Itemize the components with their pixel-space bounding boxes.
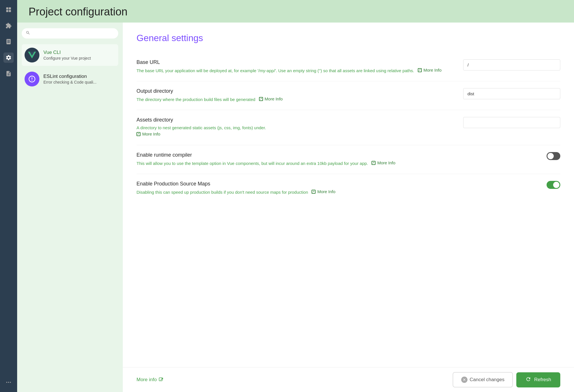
output-dir-input-area bbox=[463, 88, 560, 99]
ext-link-icon-bottom bbox=[158, 377, 164, 382]
output-dir-input[interactable] bbox=[463, 88, 560, 99]
source-maps-name: Enable Production Source Maps bbox=[137, 181, 455, 187]
eslint-plugin-info: ESLint configuration Error checking & Co… bbox=[43, 74, 97, 84]
output-dir-desc: The directory where the production build… bbox=[137, 96, 455, 103]
top-header: Project configuration bbox=[17, 0, 574, 23]
main-layout: Project configuration bbox=[17, 0, 574, 392]
svg-rect-0 bbox=[6, 7, 8, 9]
refresh-icon bbox=[525, 376, 531, 383]
cancel-changes-button[interactable]: ✕ Cancel changes bbox=[453, 372, 513, 387]
search-icon bbox=[26, 31, 30, 36]
output-dir-setting: Output directory The directory where the… bbox=[137, 81, 560, 110]
runtime-compiler-slider bbox=[547, 152, 560, 160]
source-maps-more-info-link[interactable]: More Info bbox=[312, 189, 335, 195]
base-url-label-area: Base URL The base URL your application w… bbox=[137, 59, 455, 74]
output-dir-name: Output directory bbox=[137, 88, 455, 94]
assets-dir-more-info-link[interactable]: More Info bbox=[137, 131, 160, 138]
runtime-compiler-knob bbox=[547, 153, 554, 159]
settings-content: General settings Base URL The base URL y… bbox=[123, 23, 574, 367]
runtime-compiler-label-area: Enable runtime compiler This will allow … bbox=[137, 152, 455, 167]
vue-cli-plugin-info: Vue CLI Configure your Vue project bbox=[43, 50, 91, 60]
bottom-bar: More info ✕ Cancel changes bbox=[123, 367, 574, 392]
svg-point-5 bbox=[8, 382, 9, 383]
assets-dir-desc: A directory to nest generated static ass… bbox=[137, 125, 455, 138]
assets-dir-input-area bbox=[463, 117, 560, 128]
section-title: General settings bbox=[137, 33, 560, 43]
source-maps-label-area: Enable Production Source Maps Disabling … bbox=[137, 181, 455, 196]
page-title: Project configuration bbox=[29, 6, 563, 18]
vue-cli-avatar bbox=[25, 48, 39, 62]
source-maps-toggle-area bbox=[463, 181, 560, 189]
source-maps-toggle[interactable] bbox=[547, 181, 560, 189]
ext-link-icon bbox=[418, 68, 422, 72]
assets-dir-input[interactable] bbox=[463, 117, 560, 128]
refresh-label: Refresh bbox=[534, 377, 551, 383]
right-panel: General settings Base URL The base URL y… bbox=[123, 23, 574, 392]
ext-link-icon-3 bbox=[137, 132, 141, 136]
left-panel: Vue CLI Configure your Vue project ESLin… bbox=[17, 23, 123, 392]
bottom-actions: ✕ Cancel changes Refresh bbox=[453, 372, 560, 387]
content-area: Vue CLI Configure your Vue project ESLin… bbox=[17, 23, 574, 392]
ext-link-icon-5 bbox=[312, 190, 316, 194]
more-info-bottom-label: More info bbox=[137, 377, 157, 383]
source-maps-setting: Enable Production Source Maps Disabling … bbox=[137, 174, 560, 203]
dashboard-nav-icon[interactable] bbox=[3, 5, 14, 15]
base-url-input[interactable] bbox=[463, 59, 560, 70]
source-maps-slider bbox=[547, 181, 560, 189]
eslint-plugin-item[interactable]: ESLint configuration Error checking & Co… bbox=[22, 68, 118, 90]
ext-link-icon-2 bbox=[259, 97, 263, 101]
svg-rect-1 bbox=[9, 7, 11, 9]
runtime-compiler-name: Enable runtime compiler bbox=[137, 152, 455, 158]
base-url-more-info-link[interactable]: More Info bbox=[418, 67, 441, 74]
search-box[interactable] bbox=[22, 28, 118, 39]
svg-rect-3 bbox=[9, 10, 11, 12]
svg-point-4 bbox=[6, 382, 7, 383]
runtime-compiler-toggle[interactable] bbox=[547, 152, 560, 160]
vue-cli-desc: Configure your Vue project bbox=[43, 56, 91, 60]
base-url-setting: Base URL The base URL your application w… bbox=[137, 52, 560, 81]
eslint-name: ESLint configuration bbox=[43, 74, 97, 79]
runtime-compiler-desc: This will allow you to use the template … bbox=[137, 160, 455, 167]
search-input[interactable] bbox=[33, 31, 114, 36]
cancel-label: Cancel changes bbox=[470, 377, 505, 383]
output-dir-more-info-link[interactable]: More Info bbox=[259, 96, 283, 102]
svg-point-6 bbox=[10, 382, 11, 383]
source-maps-desc: Disabling this can speed up production b… bbox=[137, 189, 455, 196]
base-url-name: Base URL bbox=[137, 59, 455, 65]
vue-cli-plugin-item[interactable]: Vue CLI Configure your Vue project bbox=[22, 44, 118, 66]
configuration-nav-icon[interactable] bbox=[3, 52, 14, 63]
tasks-nav-icon[interactable] bbox=[3, 68, 14, 79]
base-url-desc: The base URL your application will be de… bbox=[137, 67, 455, 74]
assets-dir-setting: Assets directory A directory to nest gen… bbox=[137, 110, 560, 145]
sidebar-navigation bbox=[0, 0, 17, 392]
base-url-input-area bbox=[463, 59, 560, 70]
eslint-desc: Error checking & Code quali... bbox=[43, 80, 97, 84]
cancel-icon: ✕ bbox=[461, 377, 467, 383]
svg-rect-2 bbox=[6, 10, 8, 12]
output-dir-label-area: Output directory The directory where the… bbox=[137, 88, 455, 103]
runtime-compiler-toggle-area bbox=[463, 152, 560, 160]
runtime-compiler-more-info-link[interactable]: More Info bbox=[372, 160, 395, 166]
assets-dir-name: Assets directory bbox=[137, 117, 455, 123]
source-maps-knob bbox=[553, 182, 559, 188]
more-options-nav-icon[interactable] bbox=[3, 377, 14, 387]
refresh-button[interactable]: Refresh bbox=[516, 372, 560, 387]
vue-cli-name: Vue CLI bbox=[43, 50, 91, 55]
ext-link-icon-4 bbox=[372, 161, 376, 165]
eslint-avatar bbox=[25, 72, 39, 86]
plugins-nav-icon[interactable] bbox=[3, 21, 14, 31]
dependencies-nav-icon[interactable] bbox=[3, 37, 14, 47]
more-info-bottom-link[interactable]: More info bbox=[137, 377, 164, 383]
assets-dir-label-area: Assets directory A directory to nest gen… bbox=[137, 117, 455, 138]
runtime-compiler-setting: Enable runtime compiler This will allow … bbox=[137, 145, 560, 174]
